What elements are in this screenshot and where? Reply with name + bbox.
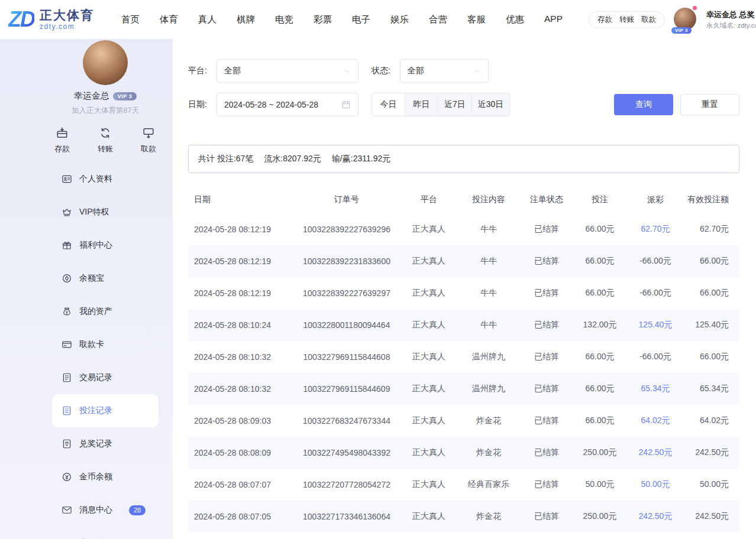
cell-payout: 242.50元 bbox=[626, 501, 685, 532]
sidebar-item-messages[interactable]: 消息中心28 bbox=[52, 493, 159, 527]
column-header-platform: 平台 bbox=[400, 186, 458, 213]
profile-avatar bbox=[83, 40, 128, 85]
nav-item-4[interactable]: 棋牌 bbox=[237, 14, 255, 26]
wallet-action-3[interactable]: 取款 bbox=[641, 15, 656, 25]
sidebar-item-withdraw-card[interactable]: 取款卡 bbox=[52, 328, 159, 361]
range-segment-3[interactable]: 近7日 bbox=[438, 93, 472, 116]
profile-card-icon bbox=[62, 174, 72, 184]
table-row: 2024-05-28 08:12:191003228392227639296正大… bbox=[188, 213, 739, 245]
table-row: 2024-05-28 08:09:031003227683247673344正大… bbox=[188, 405, 739, 437]
vip-badge: VIP 3 bbox=[113, 92, 137, 100]
sidebar-item-vip[interactable]: VIP特权 bbox=[52, 196, 159, 229]
cell-valid: 242.50元 bbox=[685, 437, 739, 469]
nav-item-8[interactable]: 娱乐 bbox=[390, 14, 409, 26]
brand-logo-icon: ZD bbox=[8, 9, 34, 30]
nav-item-10[interactable]: 客服 bbox=[467, 14, 486, 26]
nav-item-9[interactable]: 合营 bbox=[429, 14, 447, 26]
cell-payout: 242.50元 bbox=[626, 437, 685, 469]
cell-date: 2024-05-28 08:08:09 bbox=[188, 437, 293, 469]
cell-payout: -66.00元 bbox=[626, 277, 685, 309]
cell-order: 1003227969115844609 bbox=[293, 373, 400, 405]
cell-valid: 242.50元 bbox=[685, 501, 739, 532]
reset-button[interactable]: 重置 bbox=[680, 94, 739, 115]
date-range-input[interactable]: 2024-05-28 ~ 2024-05-28 bbox=[217, 93, 358, 116]
cell-bet: 66.00元 bbox=[574, 373, 626, 405]
quick-action-transfer[interactable]: 转账 bbox=[98, 126, 113, 154]
status-select[interactable]: 全部 bbox=[400, 59, 489, 83]
quick-action-withdraw[interactable]: 取款 bbox=[141, 126, 156, 154]
search-button[interactable]: 查询 bbox=[614, 94, 673, 115]
column-header-bet: 投注 bbox=[574, 186, 626, 213]
cell-platform: 正大真人 bbox=[400, 405, 458, 437]
message-icon bbox=[62, 505, 72, 515]
summary-bar: 共计 投注:67笔流水:8207.92元输/赢:2311.92元 bbox=[188, 145, 739, 173]
calendar-icon bbox=[341, 100, 351, 109]
sidebar-item-profile[interactable]: 个人资料 bbox=[52, 163, 159, 196]
wallet-action-2[interactable]: 转账 bbox=[619, 15, 634, 25]
sidebar-item-coin-balance[interactable]: 金币余额 bbox=[52, 460, 159, 493]
nav-item-1[interactable]: 首页 bbox=[121, 14, 140, 26]
table-row: 2024-05-28 08:12:191003228392231833600正大… bbox=[188, 245, 739, 277]
cell-payout: 125.40元 bbox=[626, 309, 685, 341]
nav-item-7[interactable]: 电子 bbox=[352, 14, 370, 26]
sidebar-item-label: 余额宝 bbox=[79, 273, 104, 284]
cell-date: 2024-05-28 08:10:32 bbox=[188, 341, 293, 373]
cell-content: 温州牌九 bbox=[458, 373, 519, 405]
cell-date: 2024-05-28 08:10:24 bbox=[188, 309, 293, 341]
brand-logo[interactable]: ZD 正大体育 zdty.com bbox=[8, 8, 94, 31]
cell-order: 1003228392227639297 bbox=[293, 277, 400, 309]
cell-valid: 65.34元 bbox=[685, 373, 739, 405]
cell-payout: 64.02元 bbox=[626, 405, 685, 437]
sidebar-item-redeem-records[interactable]: 兑奖记录 bbox=[52, 427, 159, 460]
table-row: 2024-05-28 08:10:321003227969115844608正大… bbox=[188, 341, 739, 373]
cell-platform: 正大真人 bbox=[400, 373, 458, 405]
nav-item-3[interactable]: 真人 bbox=[198, 14, 217, 26]
header-user-block[interactable]: 幸运金总 总奖 永久域名: zdty.com bbox=[706, 9, 756, 30]
nav-item-6[interactable]: 彩票 bbox=[314, 14, 332, 26]
cell-status: 已结算 bbox=[519, 213, 574, 245]
range-segment-1[interactable]: 今日 bbox=[372, 93, 405, 116]
cell-platform: 正大真人 bbox=[400, 245, 458, 277]
platform-select[interactable]: 全部 bbox=[217, 59, 358, 83]
cell-order: 1003227207728054272 bbox=[293, 469, 400, 501]
cell-bet: 66.00元 bbox=[574, 213, 626, 245]
sidebar-item-yuebao[interactable]: 余额宝 bbox=[52, 262, 159, 295]
quick-action-deposit[interactable]: 存款 bbox=[54, 126, 70, 154]
profile-username: 幸运金总 bbox=[74, 90, 109, 102]
sidebar-item-assets[interactable]: 我的资产 bbox=[52, 295, 159, 328]
status-select-value: 全部 bbox=[408, 66, 424, 76]
wallet-action-1[interactable]: 存款 bbox=[597, 15, 612, 25]
header-vip-badge: VIP 3 bbox=[671, 27, 692, 34]
cell-bet: 132.00元 bbox=[574, 309, 626, 341]
sidebar-item-bet-records[interactable]: 投注记录 bbox=[52, 394, 159, 427]
nav-item-11[interactable]: 优惠 bbox=[506, 14, 524, 26]
cell-platform: 正大真人 bbox=[400, 341, 458, 373]
sidebar-item-label: 福利中心 bbox=[79, 240, 112, 251]
crown-icon bbox=[62, 207, 72, 217]
nav-item-5[interactable]: 电竞 bbox=[275, 14, 293, 26]
cell-content: 炸金花 bbox=[458, 501, 519, 532]
nav-item-2[interactable]: 体育 bbox=[160, 14, 178, 26]
sidebar-menu: 个人资料VIP特权福利中心余额宝我的资产取款卡交易记录投注记录兑奖记录金币余额消… bbox=[52, 163, 159, 539]
coin-icon bbox=[62, 472, 72, 482]
sidebar-item-transactions[interactable]: 交易记录 bbox=[52, 361, 159, 394]
cell-order: 1003227495498043392 bbox=[293, 437, 400, 469]
summary-item-1: 共计 投注:67笔 bbox=[198, 154, 253, 164]
table-row: 2024-05-28 08:08:091003227495498043392正大… bbox=[188, 437, 739, 469]
brand-name: 正大体育 bbox=[40, 8, 94, 22]
table-row: 2024-05-28 08:10:241003228001180094464正大… bbox=[188, 309, 739, 341]
sidebar-item-feedback[interactable]: 意见反馈 bbox=[52, 527, 159, 539]
cell-valid: 62.70元 bbox=[685, 213, 739, 245]
range-segment-2[interactable]: 昨日 bbox=[405, 93, 438, 116]
nav-item-12[interactable]: APP bbox=[544, 14, 563, 26]
cell-order: 1003227683247673344 bbox=[293, 405, 400, 437]
range-segment-4[interactable]: 近30日 bbox=[472, 93, 510, 116]
sidebar-item-welfare[interactable]: 福利中心 bbox=[52, 229, 159, 262]
cell-status: 已结算 bbox=[519, 501, 574, 532]
unread-count-badge: 28 bbox=[129, 505, 146, 515]
notification-dot bbox=[693, 6, 697, 10]
cell-payout: 65.34元 bbox=[626, 373, 685, 405]
sidebar-item-label: 金币余额 bbox=[79, 472, 112, 482]
platform-label: 平台: bbox=[188, 66, 207, 76]
date-quick-ranges: 今日昨日近7日近30日 bbox=[371, 93, 510, 116]
